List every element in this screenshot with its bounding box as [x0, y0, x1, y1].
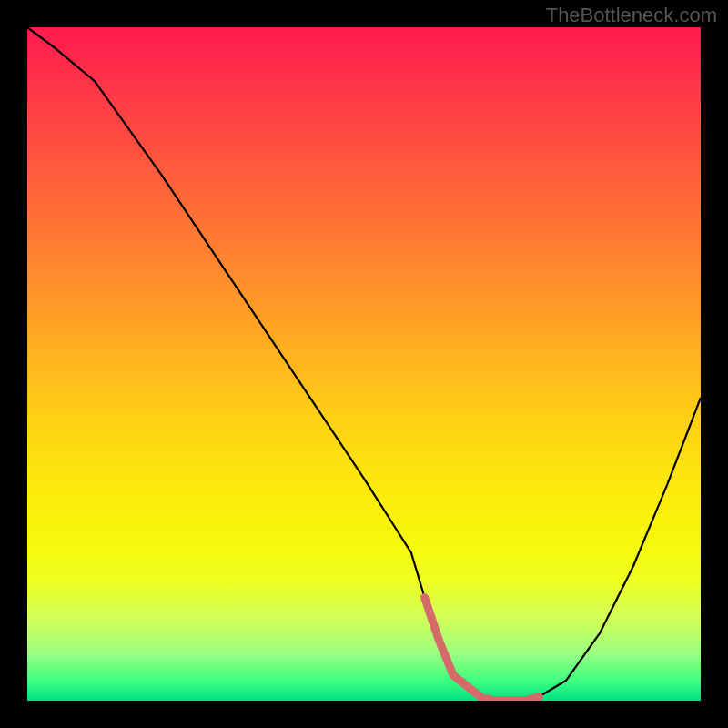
- optimal-range-highlight: [425, 598, 540, 702]
- watermark-text: TheBottleneck.com: [546, 4, 717, 27]
- bottleneck-curve: [27, 27, 701, 701]
- curve-layer: [27, 27, 701, 701]
- plot-area: [27, 27, 701, 701]
